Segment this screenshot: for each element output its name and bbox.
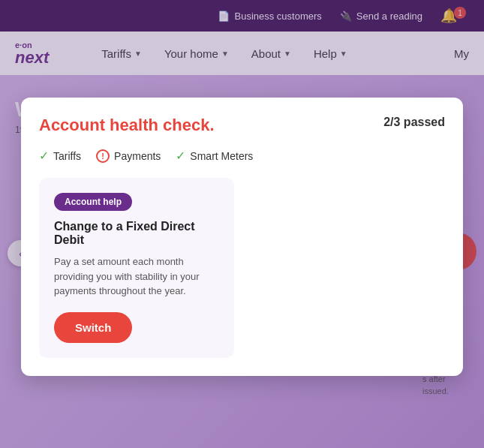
switch-button[interactable]: Switch	[54, 312, 132, 343]
passed-badge: 2/3 passed	[383, 116, 445, 129]
check-tariffs: ✓ Tariffs	[39, 149, 81, 163]
check-items: ✓ Tariffs ! Payments ✓ Smart Meters	[39, 149, 445, 163]
health-check-modal: Account health check. 2/3 passed ✓ Tarif…	[21, 98, 463, 376]
check-smart-meters-label: Smart Meters	[190, 150, 253, 162]
card-description: Pay a set amount each month providing yo…	[54, 254, 219, 299]
modal-header: Account health check. 2/3 passed	[39, 116, 445, 135]
check-tariffs-label: Tariffs	[53, 150, 81, 162]
check-smart-meters-icon: ✓	[176, 149, 185, 163]
account-help-badge: Account help	[54, 193, 132, 211]
help-card: Account help Change to a Fixed Direct De…	[39, 178, 234, 358]
check-tariffs-icon: ✓	[39, 149, 49, 163]
check-payments: ! Payments	[96, 149, 161, 163]
check-payments-icon: !	[96, 149, 110, 163]
card-title: Change to a Fixed Direct Debit	[54, 220, 219, 247]
check-smart-meters: ✓ Smart Meters	[176, 149, 253, 163]
modal-title: Account health check.	[39, 116, 215, 135]
check-payments-label: Payments	[114, 150, 161, 162]
